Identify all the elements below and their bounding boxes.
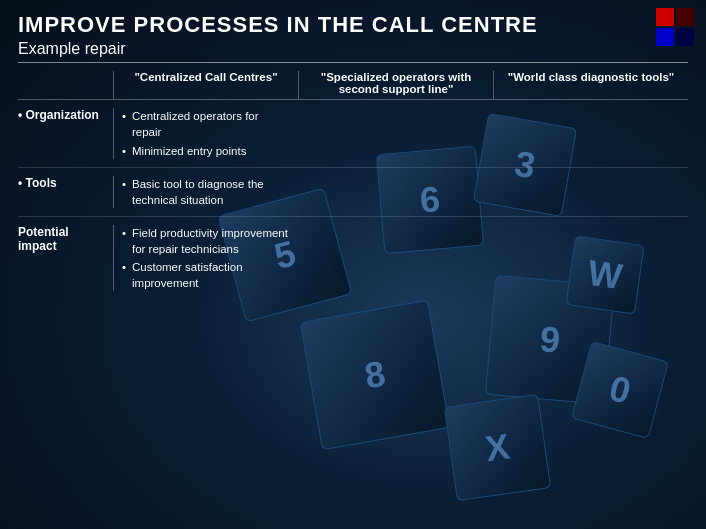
row-label-tools: • Tools — [18, 176, 113, 190]
th-spacer — [18, 71, 113, 99]
header: IMPROVE PROCESSES IN THE CALL CENTRE Exa… — [18, 12, 688, 58]
logo-square-navy — [676, 28, 694, 46]
page-subtitle: Example repair — [18, 40, 688, 58]
table-body: • Organization Centralized operators for… — [18, 99, 688, 299]
table-row-potential-impact: Potential impact Field productivity impr… — [18, 217, 688, 299]
column-header-3: "Specialized operators with second suppo… — [298, 71, 493, 99]
org-col2: Centralized operators for repair Minimiz… — [113, 108, 298, 158]
org-col2-bullet-2: Minimized entry points — [122, 143, 290, 159]
content-area: IMPROVE PROCESSES IN THE CALL CENTRE Exa… — [0, 0, 706, 529]
tools-col2-bullet-1: Basic tool to diagnose the technical sit… — [122, 176, 290, 208]
org-col2-bullet-1: Centralized operators for repair — [122, 108, 290, 140]
table-row-organization: • Organization Centralized operators for… — [18, 100, 688, 167]
logo-square-blue — [656, 28, 674, 46]
page-title: IMPROVE PROCESSES IN THE CALL CENTRE — [18, 12, 688, 38]
table-header-row: "Centralized Call Centres" "Specialized … — [18, 71, 688, 99]
logo-square-dark-red — [676, 8, 694, 26]
logo — [656, 8, 694, 46]
table-row-tools: • Tools Basic tool to diagnose the techn… — [18, 168, 688, 217]
logo-square-red — [656, 8, 674, 26]
impact-col2: Field productivity improvement for repai… — [113, 225, 298, 291]
slide-container: 5 8 6 9 3 0 W X IMPROVE PROCESSES IN THE… — [0, 0, 706, 529]
row-label-organization: • Organization — [18, 108, 113, 122]
column-header-4: "World class diagnostic tools" — [493, 71, 688, 99]
impact-col2-bullet-2: Customer satisfaction improvement — [122, 259, 290, 291]
row-label-potential-impact: Potential impact — [18, 225, 113, 253]
column-header-2: "Centralized Call Centres" — [113, 71, 298, 99]
impact-col2-bullet-1: Field productivity improvement for repai… — [122, 225, 290, 257]
title-underline — [18, 62, 688, 63]
tools-col2: Basic tool to diagnose the technical sit… — [113, 176, 298, 208]
